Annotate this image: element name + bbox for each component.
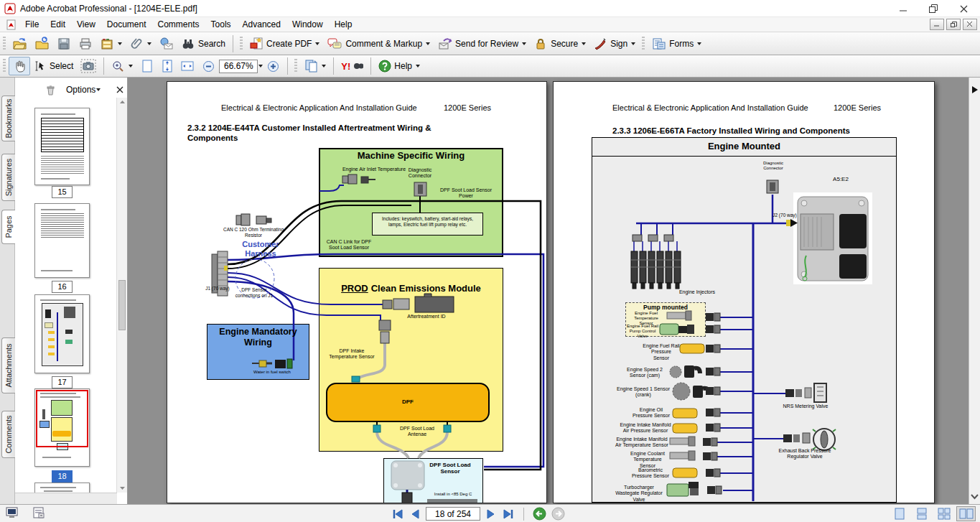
- page-number-18[interactable]: 18: [52, 470, 72, 483]
- page-number-16[interactable]: 16: [52, 281, 72, 293]
- previous-view-button[interactable]: [533, 507, 546, 521]
- fit-page-button[interactable]: [136, 57, 157, 75]
- minimize-button[interactable]: [888, 0, 918, 17]
- view-toolbar: Select 66.67% Y! Help: [0, 55, 980, 78]
- diag-connector-label: Diagnostic Connector: [757, 161, 790, 171]
- dpf-label: DPF: [326, 399, 490, 405]
- toolbar-separator: [370, 57, 371, 75]
- page-number-field[interactable]: 18 of 254: [426, 507, 480, 521]
- panel-scrollbar-thumb[interactable]: [118, 280, 126, 330]
- soot-title: DPF Soot Load Sensor: [420, 462, 480, 475]
- tab-comments[interactable]: Comments: [1, 411, 15, 458]
- restore-button[interactable]: [918, 0, 948, 17]
- menu-help[interactable]: Help: [329, 18, 358, 31]
- menu-edit[interactable]: Edit: [45, 18, 71, 31]
- help-button[interactable]: Help: [375, 57, 424, 75]
- menu-tools[interactable]: Tools: [205, 18, 237, 31]
- panel-scrollbar[interactable]: [116, 98, 127, 493]
- sensor-label-1: Engine Fuel Rail Pump Control Valve: [624, 324, 661, 339]
- toolbar-grip[interactable]: [642, 37, 645, 51]
- forms-label: Forms: [669, 39, 694, 49]
- antenae-label: DPF Soot Load Antenae: [394, 426, 440, 438]
- select-tool-button[interactable]: Select: [30, 57, 77, 75]
- organizer-button[interactable]: [96, 34, 126, 53]
- zoom-out-button[interactable]: [198, 57, 219, 75]
- acrobat-doc-icon: [6, 19, 17, 30]
- menu-file[interactable]: File: [19, 18, 45, 31]
- menu-window[interactable]: Window: [286, 18, 329, 31]
- next-page-button[interactable]: [485, 508, 497, 520]
- select-label: Select: [50, 61, 73, 71]
- sensor-label-2: Engine Fuel Rail Pressure Sensor: [643, 343, 680, 361]
- comment-markup-button[interactable]: Comment & Markup: [323, 34, 434, 53]
- sign-button[interactable]: Sign: [589, 34, 639, 53]
- save-button[interactable]: [53, 34, 75, 53]
- menu-view[interactable]: View: [71, 18, 101, 31]
- toolbar-grip[interactable]: [3, 37, 6, 51]
- truncated-text-smudge: [427, 499, 477, 503]
- create-pdf-button[interactable]: Create PDF: [246, 34, 323, 53]
- continuous-button[interactable]: [912, 506, 931, 521]
- email-button[interactable]: [155, 34, 177, 53]
- screen-view-icon[interactable]: [6, 507, 19, 519]
- toolbar-grip[interactable]: [294, 59, 297, 73]
- tab-pages[interactable]: Pages: [1, 210, 15, 244]
- menu-comments[interactable]: Comments: [152, 18, 205, 31]
- page-thumbnail-18[interactable]: [34, 388, 90, 467]
- vertical-scrollbar[interactable]: [969, 78, 980, 504]
- organizer-open-button[interactable]: [31, 34, 53, 53]
- page-number-15[interactable]: 15: [52, 186, 72, 198]
- close-button[interactable]: [948, 0, 979, 17]
- last-page-button[interactable]: [502, 508, 515, 520]
- snapshot-tool-button[interactable]: [77, 57, 100, 75]
- doc-minimize-button[interactable]: [930, 19, 944, 30]
- toolbar-grip[interactable]: [3, 59, 6, 73]
- next-view-button[interactable]: [551, 507, 565, 521]
- options-menu-button[interactable]: Options: [66, 85, 95, 95]
- previous-page-button[interactable]: [409, 508, 421, 520]
- dropdown-caret: [416, 65, 420, 67]
- page-thumbnail-16[interactable]: [34, 203, 90, 278]
- tab-signatures[interactable]: Signatures: [1, 154, 15, 201]
- page-display-button[interactable]: [300, 57, 330, 75]
- zoom-level-field[interactable]: 66.67%: [219, 60, 258, 73]
- hand-tool-button[interactable]: [9, 57, 30, 75]
- doc-restore-button[interactable]: [946, 19, 961, 30]
- panel-close-button[interactable]: [116, 86, 123, 93]
- forms-button[interactable]: Forms: [648, 34, 705, 53]
- yahoo-messenger-button[interactable]: Y!: [337, 59, 367, 74]
- acrobat-window: Adobe Acrobat Professional - [1204E-ELE.…: [0, 0, 980, 522]
- menu-document[interactable]: Document: [101, 18, 152, 31]
- j1-label: J1 (70 way): [202, 286, 233, 292]
- page-thumbnail-15[interactable]: [34, 108, 90, 185]
- menu-advanced[interactable]: Advanced: [237, 18, 286, 31]
- open-button[interactable]: [9, 34, 31, 53]
- panel-horizontal-scrollbar[interactable]: [15, 493, 117, 504]
- first-page-button[interactable]: [391, 508, 404, 520]
- secure-button[interactable]: Secure: [530, 34, 589, 53]
- search-button[interactable]: Search: [177, 35, 229, 52]
- options-caret[interactable]: [96, 88, 101, 91]
- doc-close-button[interactable]: [963, 19, 977, 30]
- menu-bar: File Edit View Document Comments Tools A…: [0, 17, 980, 32]
- page-number-17[interactable]: 17: [52, 376, 72, 388]
- aftertreatment-label: Aftertreatment ID: [401, 314, 452, 320]
- delete-pages-icon[interactable]: [45, 84, 56, 95]
- tab-bookmarks[interactable]: Bookmarks: [1, 95, 15, 141]
- print-button[interactable]: [75, 34, 96, 53]
- fit-width-button[interactable]: [177, 57, 198, 75]
- facing-button[interactable]: [956, 506, 976, 521]
- single-page-button[interactable]: [890, 506, 909, 521]
- tab-attachments[interactable]: Attachments: [1, 337, 15, 393]
- continuous-facing-button[interactable]: [934, 506, 953, 521]
- toolbar-grip[interactable]: [240, 37, 243, 51]
- attach-button[interactable]: [126, 34, 155, 53]
- fit-height-button[interactable]: [157, 57, 177, 75]
- create-pdf-label: Create PDF: [266, 39, 312, 49]
- zoom-tool-button[interactable]: [108, 57, 136, 75]
- zoom-in-button[interactable]: [263, 57, 284, 75]
- send-for-review-button[interactable]: Send for Review: [434, 34, 530, 53]
- page-thumbnail-17[interactable]: [34, 294, 90, 373]
- page-header-series: 1200E Series: [834, 103, 891, 113]
- page-view-icon[interactable]: [33, 507, 45, 519]
